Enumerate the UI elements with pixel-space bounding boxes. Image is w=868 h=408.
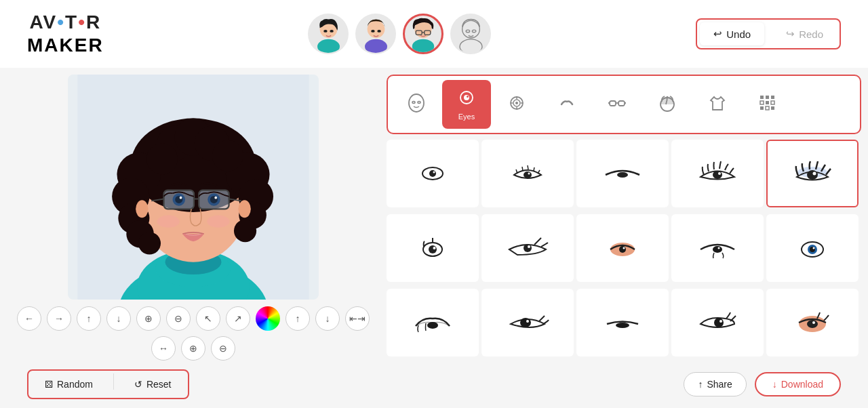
eye-option-13[interactable] — [576, 289, 669, 356]
size-down-button[interactable]: ⊖ — [211, 336, 235, 361]
bottom-bar: ⚄ Random ↺ Reset ↑ Share ↓ Download — [0, 361, 868, 408]
eye-option-9[interactable] — [671, 214, 764, 282]
svg-point-99 — [619, 246, 626, 253]
eye-option-7[interactable] — [481, 214, 574, 282]
avatar-preview-1[interactable] — [308, 14, 349, 54]
eye-option-6[interactable] — [387, 214, 479, 282]
contract-button[interactable]: ⇤⇥ — [345, 306, 370, 331]
avatar-canvas — [68, 75, 319, 300]
redo-icon: ↪ — [786, 28, 795, 40]
avatar-preview-4[interactable] — [450, 14, 491, 54]
face-icon — [407, 94, 426, 115]
svg-point-56 — [418, 102, 420, 104]
category-iris[interactable] — [492, 80, 541, 129]
clothes-icon — [708, 94, 727, 115]
svg-point-92 — [813, 172, 816, 176]
eye-option-8[interactable] — [576, 214, 669, 282]
eye-option-12[interactable] — [481, 289, 574, 356]
svg-point-41 — [136, 200, 148, 218]
svg-point-100 — [623, 247, 625, 249]
move-left-button[interactable]: ← — [17, 306, 41, 331]
flip-v-button[interactable]: ↑ — [285, 306, 310, 331]
eye-option-3[interactable] — [576, 140, 669, 207]
svg-point-62 — [515, 102, 518, 104]
svg-rect-80 — [766, 106, 769, 110]
category-pattern[interactable] — [743, 80, 792, 129]
category-clothes[interactable] — [693, 80, 742, 129]
logo-text-2: MAKER — [27, 34, 104, 57]
category-glasses[interactable] — [593, 80, 642, 129]
eye-option-2[interactable] — [481, 140, 574, 207]
svg-rect-73 — [760, 96, 764, 99]
svg-rect-81 — [771, 106, 774, 110]
svg-rect-74 — [766, 96, 769, 99]
redo-button[interactable]: ↪ Redo — [772, 22, 837, 45]
color-picker-button[interactable] — [256, 306, 280, 331]
svg-point-5 — [365, 39, 387, 52]
download-icon: ↓ — [772, 379, 777, 390]
category-eyes[interactable]: Eyes — [442, 80, 491, 129]
divider — [113, 373, 114, 390]
svg-point-53 — [214, 197, 217, 199]
undo-button[interactable]: ↩ Undo — [700, 22, 764, 45]
svg-point-39 — [146, 143, 178, 174]
rotate-left-button[interactable]: ↖ — [196, 306, 220, 331]
expand-button[interactable]: ↔ — [151, 336, 176, 361]
svg-point-58 — [464, 95, 469, 100]
eye-option-11[interactable] — [387, 289, 479, 356]
svg-point-35 — [234, 220, 256, 242]
svg-point-85 — [524, 171, 532, 178]
random-icon: ⚄ — [45, 379, 53, 390]
eye-option-10[interactable] — [766, 214, 859, 282]
random-label: Random — [57, 379, 93, 390]
avatar-preview-2[interactable] — [355, 14, 396, 54]
move-down-button[interactable]: ↓ — [106, 306, 131, 331]
share-label: Share — [707, 379, 732, 390]
pattern-icon — [758, 94, 777, 115]
flip-h-button[interactable]: ↓ — [315, 306, 340, 331]
svg-point-84 — [433, 171, 435, 174]
svg-point-13 — [462, 20, 480, 38]
eye-option-15[interactable] — [766, 289, 859, 356]
random-button[interactable]: ⚄ Random — [31, 373, 106, 395]
bottom-left-actions: ⚄ Random ↺ Reset — [27, 369, 189, 399]
avatar-preview-3[interactable] — [403, 14, 443, 54]
reset-icon: ↺ — [134, 379, 142, 390]
svg-rect-79 — [760, 106, 764, 110]
svg-point-89 — [718, 172, 721, 175]
eye-option-1[interactable] — [387, 140, 479, 207]
rotate-right-button[interactable]: ↗ — [226, 306, 250, 331]
svg-rect-76 — [760, 101, 764, 104]
category-brows[interactable] — [542, 80, 591, 129]
svg-point-40 — [212, 140, 243, 171]
reset-button[interactable]: ↺ Reset — [121, 373, 185, 395]
transform-controls: ← → ↑ ↓ ⊕ ⊖ ↖ ↗ ↑ ↓ ⇤⇥ ↔ ⊕ ⊖ — [14, 306, 373, 361]
svg-point-88 — [713, 171, 722, 179]
move-up-button[interactable]: ↑ — [77, 306, 101, 331]
svg-point-59 — [467, 96, 469, 98]
svg-point-83 — [429, 170, 436, 177]
eye-option-5[interactable] — [766, 140, 859, 207]
svg-point-55 — [412, 102, 415, 104]
svg-point-115 — [812, 321, 815, 324]
move-right-button[interactable]: → — [47, 306, 71, 331]
avatar-previews — [308, 14, 491, 54]
svg-point-9 — [412, 39, 434, 52]
main-content: ← → ↑ ↓ ⊕ ⊖ ↖ ↗ ↑ ↓ ⇤⇥ ↔ ⊕ ⊖ — [0, 68, 868, 361]
svg-point-14 — [460, 39, 482, 52]
zoom-in-button[interactable]: ⊕ — [136, 306, 161, 331]
size-up-button[interactable]: ⊕ — [181, 336, 205, 361]
svg-point-110 — [616, 323, 629, 328]
category-hair[interactable] — [643, 80, 692, 129]
eye-options-grid — [387, 140, 861, 361]
category-face[interactable] — [392, 80, 441, 129]
svg-point-25 — [207, 216, 229, 228]
share-button[interactable]: ↑ Share — [684, 372, 746, 396]
eye-option-14[interactable] — [671, 289, 764, 356]
eyes-active-icon — [457, 88, 476, 110]
eye-option-4[interactable] — [671, 140, 764, 207]
eyes-label: Eyes — [458, 113, 475, 121]
zoom-out-button[interactable]: ⊖ — [166, 306, 191, 331]
svg-point-102 — [718, 247, 720, 249]
download-button[interactable]: ↓ Download — [755, 372, 841, 396]
